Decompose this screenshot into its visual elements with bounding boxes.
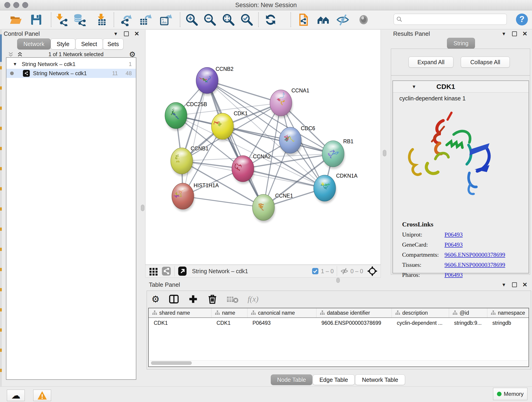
home-networks-button[interactable] <box>316 13 330 27</box>
column-header-database-identifier[interactable]: database identifier <box>317 308 392 317</box>
show-all-button[interactable] <box>357 13 370 27</box>
node-label-CCNA1: CCNA1 <box>291 88 309 94</box>
node-CCNB1[interactable] <box>171 148 193 176</box>
tab-string-results[interactable]: String <box>447 38 475 49</box>
function-builder-button[interactable]: f(x) <box>248 295 259 303</box>
warnings-button[interactable] <box>33 390 51 401</box>
table-panel-maximize-button[interactable] <box>511 281 518 288</box>
zoom-selected-button[interactable] <box>240 13 254 27</box>
left-splitter-handle[interactable] <box>141 205 144 211</box>
table-row[interactable]: CDK1CDK1P064939606.ENSP00000378699cyclin… <box>149 318 529 328</box>
crosslink-value-link[interactable]: P06493 <box>444 241 462 248</box>
tab-sets[interactable]: Sets <box>103 38 123 50</box>
results-panel-maximize-button[interactable] <box>511 30 518 37</box>
import-network-database-button[interactable] <box>73 13 87 27</box>
column-header-namespace[interactable]: namespace <box>487 308 532 317</box>
save-session-button[interactable] <box>29 13 43 27</box>
table-panel-float-button[interactable]: ▾ <box>500 281 507 288</box>
column-header-description[interactable]: description <box>392 308 449 317</box>
collection-expander-icon[interactable]: ▼ <box>13 62 17 67</box>
results-panel-float-button[interactable]: ▾ <box>500 30 507 37</box>
export-network-button[interactable] <box>119 13 133 27</box>
control-panel-float-button[interactable]: ▾ <box>112 30 119 37</box>
crosslink-value-link[interactable]: 9606.ENSP00000378699 <box>444 262 505 268</box>
node-CDC25B[interactable] <box>165 102 188 131</box>
tab-edge-table[interactable]: Edge Table <box>313 375 355 385</box>
edge-HIST1H1A-CCNE1[interactable] <box>183 196 264 207</box>
export-table-button[interactable] <box>138 13 152 27</box>
hidden-items-icon[interactable] <box>340 266 348 276</box>
expand-all-icon[interactable] <box>17 51 23 57</box>
node-CCNE1[interactable] <box>253 194 275 223</box>
crosslink-value-link[interactable]: 9606.ENSP00000378699 <box>444 251 505 258</box>
help-button[interactable]: ? <box>516 13 528 26</box>
column-header-label: namespace <box>498 310 525 316</box>
collapse-all-button[interactable]: Collapse All <box>461 57 510 68</box>
scrollbar-thumb[interactable] <box>151 361 192 365</box>
node-CCNA1[interactable] <box>270 90 293 118</box>
import-network-file-button[interactable] <box>55 13 69 27</box>
cloud-services-button[interactable]: ☁ <box>7 390 25 401</box>
gene-section-header[interactable]: ▼ CDK1 <box>393 81 529 93</box>
node-CCNA2[interactable] <box>232 156 254 184</box>
import-table-file-button[interactable] <box>94 13 108 27</box>
results-panel-close-button[interactable]: ✕ <box>521 30 528 37</box>
node-CDC6[interactable] <box>279 127 302 155</box>
table-panel-close-button[interactable]: ✕ <box>521 281 528 288</box>
crosslink-value-link[interactable]: P06493 <box>444 272 462 279</box>
birdseye-view-button[interactable] <box>178 266 187 276</box>
tab-node-table[interactable]: Node Table <box>271 375 312 385</box>
right-splitter-handle[interactable] <box>383 150 386 156</box>
toolbar-separator <box>174 266 175 276</box>
selected-checkbox[interactable] <box>312 266 319 276</box>
control-panel-close-button[interactable]: ✕ <box>133 30 140 37</box>
zoom-fit-button[interactable] <box>222 13 235 27</box>
memory-button[interactable]: Memory <box>493 388 527 400</box>
network-collection-row[interactable]: ▼ String Network – cdk1 1 <box>6 60 136 69</box>
grid-view-button[interactable] <box>149 266 158 276</box>
export-image-button[interactable] <box>159 13 172 27</box>
tab-network[interactable]: Network <box>17 38 51 50</box>
node-CDK1[interactable] <box>211 113 234 141</box>
node-RB1[interactable] <box>322 141 345 169</box>
node-HIST1H1A[interactable] <box>172 183 195 211</box>
column-type-icon <box>395 311 400 315</box>
delete-column-icon[interactable] <box>207 294 217 304</box>
open-session-button[interactable] <box>9 13 22 27</box>
column-header-canonical-name[interactable]: canonical name <box>247 308 317 317</box>
fit-content-button[interactable] <box>367 266 377 276</box>
tab-select[interactable]: Select <box>75 38 103 50</box>
expand-all-button[interactable]: Expand All <box>409 57 453 68</box>
network-canvas[interactable]: CCNB2CCNA1CDC25BCDK1CDC6RB1CCNB1CCNA2CDK… <box>145 30 381 265</box>
gene-expander-icon[interactable]: ▼ <box>412 84 416 89</box>
tab-style[interactable]: Style <box>51 38 75 50</box>
control-panel-maximize-button[interactable] <box>123 30 130 37</box>
column-header--id[interactable]: @id <box>449 308 487 317</box>
search-input[interactable] <box>403 16 507 23</box>
show-columns-icon[interactable] <box>169 294 179 304</box>
node-CDKN1A[interactable] <box>314 175 336 203</box>
zoom-in-button[interactable] <box>185 13 199 27</box>
column-header-name[interactable]: name <box>211 308 247 317</box>
string-style-button[interactable] <box>162 266 171 276</box>
hide-selected-button[interactable] <box>336 13 350 27</box>
zoom-out-button[interactable] <box>203 13 217 27</box>
network-row[interactable]: String Network – cdk1 11 48 <box>6 69 136 78</box>
delete-table-icon[interactable] <box>227 294 239 304</box>
crosslink-value-link[interactable]: P06493 <box>444 231 462 238</box>
node-label-CCNA2: CCNA2 <box>253 153 271 160</box>
string-network-icon <box>23 70 30 77</box>
add-column-icon[interactable] <box>188 294 198 304</box>
table-options-gear-icon[interactable]: ⚙ <box>152 294 160 304</box>
share-document-button[interactable] <box>297 13 310 27</box>
column-header-shared-name[interactable]: shared name <box>149 308 211 317</box>
tab-network-table[interactable]: Network Table <box>355 375 405 385</box>
edge-CCNB2-HIST1H1A[interactable] <box>183 80 207 196</box>
protein-structure-image <box>404 107 496 198</box>
collapse-all-icon[interactable] <box>8 51 14 57</box>
edge-CDK1-RB1[interactable] <box>222 126 333 154</box>
refresh-button[interactable] <box>264 13 278 27</box>
table-horizontal-scrollbar[interactable] <box>150 360 528 366</box>
import-table-icon <box>95 13 108 26</box>
eye-gray-icon <box>357 13 370 26</box>
